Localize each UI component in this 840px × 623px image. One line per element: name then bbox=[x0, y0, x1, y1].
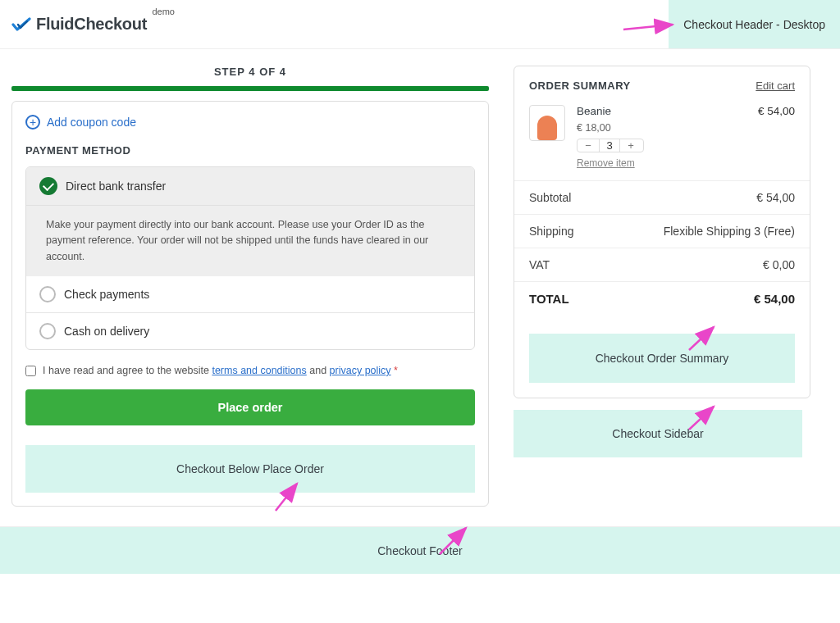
payment-option-bank-label: Direct bank transfer bbox=[66, 180, 166, 193]
vat-label: VAT bbox=[529, 258, 550, 271]
check-circle-icon bbox=[39, 177, 57, 195]
order-summary-card: ORDER SUMMARY Edit cart Beanie € 18,00 −… bbox=[514, 66, 810, 398]
payment-option-check[interactable]: Check payments bbox=[26, 276, 474, 312]
quantity-stepper: − 3 + bbox=[577, 139, 644, 152]
beanie-icon bbox=[537, 116, 557, 140]
qty-decrease-button[interactable]: − bbox=[578, 139, 599, 152]
add-coupon-label: Add coupon code bbox=[47, 116, 136, 129]
product-name: Beanie bbox=[577, 105, 746, 117]
subtotal-label: Subtotal bbox=[529, 191, 571, 204]
terms-link[interactable]: terms and conditions bbox=[212, 365, 306, 376]
header: FluidCheckout demo Checkout Header - Des… bbox=[0, 0, 840, 49]
checkout-sidebar-widget-label: Checkout Sidebar bbox=[612, 427, 703, 440]
qty-increase-button[interactable]: + bbox=[620, 139, 641, 152]
checkout-card: + Add coupon code PAYMENT METHOD Direct … bbox=[11, 101, 489, 507]
brand-mark-icon bbox=[11, 15, 31, 34]
payment-option-cod[interactable]: Cash on delivery bbox=[26, 312, 474, 349]
total-label: TOTAL bbox=[529, 292, 569, 306]
radio-unchecked-icon bbox=[39, 286, 56, 302]
shipping-value: Flexible Shipping 3 (Free) bbox=[664, 225, 795, 238]
brand-tag: demo bbox=[152, 7, 175, 16]
payment-bank-description: Make your payment directly into our bank… bbox=[26, 205, 474, 276]
product-unit-price: € 18,00 bbox=[577, 122, 746, 134]
checkout-footer-widget-zone: Checkout Footer bbox=[0, 526, 840, 574]
payment-option-cod-label: Cash on delivery bbox=[64, 325, 149, 338]
below-place-order-label: Checkout Below Place Order bbox=[176, 462, 324, 475]
radio-unchecked-icon bbox=[39, 323, 56, 339]
order-summary-widget-label: Checkout Order Summary bbox=[596, 352, 729, 365]
step-label: STEP 4 OF 4 bbox=[11, 66, 489, 78]
grand-total-row: TOTAL € 54,00 bbox=[514, 281, 810, 316]
order-summary-widget-zone: Checkout Order Summary bbox=[529, 334, 795, 383]
line-total: € 54,00 bbox=[758, 105, 795, 169]
shipping-row: Shipping Flexible Shipping 3 (Free) bbox=[514, 214, 810, 248]
below-place-order-widget: Checkout Below Place Order bbox=[25, 445, 475, 493]
remove-item-link[interactable]: Remove item bbox=[577, 157, 746, 169]
header-widget-zone: Checkout Header - Desktop bbox=[669, 0, 840, 48]
brand-logo[interactable]: FluidCheckout demo bbox=[11, 15, 147, 34]
header-widget-label: Checkout Header - Desktop bbox=[683, 18, 825, 31]
payment-option-bank[interactable]: Direct bank transfer bbox=[26, 167, 474, 205]
vat-row: VAT € 0,00 bbox=[514, 248, 810, 281]
subtotal-value: € 54,00 bbox=[756, 191, 795, 204]
brand-name: FluidCheckout bbox=[36, 15, 147, 33]
checkout-footer-widget-label: Checkout Footer bbox=[377, 544, 463, 557]
checkout-sidebar-widget-zone: Checkout Sidebar bbox=[514, 410, 802, 457]
order-summary-title: ORDER SUMMARY bbox=[529, 80, 631, 92]
step-progress-bar bbox=[11, 86, 489, 91]
payment-method-list: Direct bank transfer Make your payment d… bbox=[25, 166, 475, 350]
qty-value: 3 bbox=[599, 139, 620, 152]
total-value: € 54,00 bbox=[754, 292, 795, 306]
step-indicator: STEP 4 OF 4 bbox=[11, 66, 489, 91]
privacy-link[interactable]: privacy policy bbox=[330, 365, 391, 376]
edit-cart-link[interactable]: Edit cart bbox=[756, 80, 795, 92]
terms-line: I have read and agree to the website ter… bbox=[25, 365, 475, 376]
product-thumbnail[interactable] bbox=[529, 105, 565, 141]
payment-method-heading: PAYMENT METHOD bbox=[25, 144, 475, 157]
vat-value: € 0,00 bbox=[763, 258, 795, 271]
terms-prefix: I have read and agree to the website bbox=[43, 365, 209, 376]
terms-sep: and bbox=[309, 365, 326, 376]
cart-line-item: Beanie € 18,00 − 3 + Remove item € 54,00 bbox=[514, 102, 810, 180]
plus-icon: + bbox=[25, 115, 40, 130]
required-asterisk: * bbox=[394, 365, 398, 376]
terms-checkbox[interactable] bbox=[25, 366, 36, 376]
add-coupon-link[interactable]: + Add coupon code bbox=[25, 115, 475, 130]
place-order-button[interactable]: Place order bbox=[25, 389, 475, 425]
subtotal-row: Subtotal € 54,00 bbox=[514, 180, 810, 214]
payment-option-check-label: Check payments bbox=[64, 288, 149, 301]
shipping-label: Shipping bbox=[529, 225, 574, 238]
